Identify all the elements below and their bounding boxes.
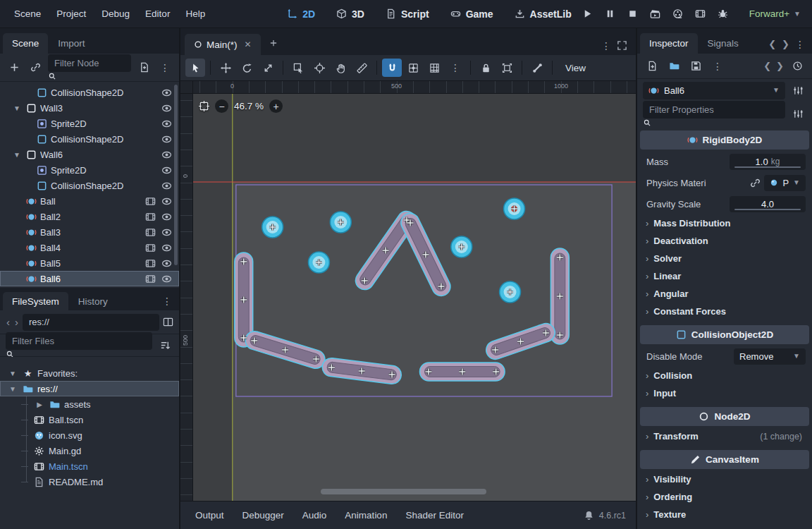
link-icon[interactable] (750, 178, 761, 188)
movie-maker-button[interactable] (691, 5, 710, 23)
favorites-header[interactable]: ▼★Favorites: (0, 365, 179, 381)
group-mass-distribution[interactable]: ›Mass Distribution (639, 214, 811, 232)
property-filter-options-button[interactable] (789, 105, 806, 122)
instantiate-scene-button[interactable] (27, 59, 44, 76)
viewport-canvas[interactable]: − 46.7 % + (193, 94, 636, 501)
open-scene-icon[interactable] (145, 274, 156, 284)
tree-row-ball3[interactable]: Ball3 (0, 224, 179, 240)
close-tab-icon[interactable]: ✕ (245, 39, 252, 49)
bottom-tab-shader-editor[interactable]: Shader Editor (396, 506, 473, 525)
node-selector-dropdown[interactable]: Ball6 ▼ (643, 82, 785, 99)
mass-field[interactable]: 1.0kg (730, 154, 806, 170)
file-row-main-gd[interactable]: Main.gd (0, 443, 179, 458)
group-solver[interactable]: ›Solver (639, 250, 811, 267)
snap-options-menu-button[interactable]: ⋮ (445, 59, 465, 77)
menu-project[interactable]: Project (49, 5, 93, 23)
play-button[interactable] (579, 5, 597, 23)
workspace-assetlib[interactable]: AssetLib (508, 5, 579, 23)
rotate-tool-button[interactable] (237, 59, 257, 77)
new-resource-button[interactable] (644, 58, 660, 75)
visibility-eye-icon[interactable] (161, 212, 172, 222)
group-visibility[interactable]: ›Visibility (639, 470, 811, 488)
menu-help[interactable]: Help (178, 5, 212, 23)
group-input[interactable]: ›Input (639, 384, 811, 402)
scene-tree-scrollbar[interactable] (174, 85, 178, 265)
tree-row-collisionshape2d[interactable]: CollisionShape2D (0, 178, 179, 193)
pan-tool-button[interactable] (331, 59, 350, 77)
save-resource-button[interactable] (687, 58, 704, 75)
disable-mode-dropdown[interactable]: Remove▼ (734, 348, 806, 365)
node-extra-options-button[interactable] (789, 82, 806, 99)
grid-snap-button[interactable] (403, 59, 423, 77)
tree-row-ball6[interactable]: Ball6 (0, 271, 179, 286)
tree-row-wall3[interactable]: ▼Wall3 (0, 100, 179, 116)
visibility-eye-icon[interactable] (161, 258, 172, 269)
chevron-down-icon[interactable]: ▼ (11, 104, 23, 112)
stop-button[interactable] (624, 5, 642, 23)
visibility-eye-icon[interactable] (161, 243, 172, 253)
bottom-tab-audio[interactable]: Audio (293, 506, 336, 525)
chevron-down-icon[interactable]: ▼ (7, 385, 18, 393)
history-back-button[interactable]: ‹ (6, 316, 11, 328)
resource-menu-button[interactable]: ⋮ (709, 58, 726, 75)
file-row-main-tscn[interactable]: Main.tscn (0, 458, 179, 474)
tab-inspector[interactable]: Inspector (640, 33, 698, 54)
file-row-ball-tscn[interactable]: Ball.tscn (0, 412, 179, 427)
chevron-right-icon[interactable]: ▶ (34, 401, 45, 408)
bottom-tab-animation[interactable]: Animation (336, 506, 396, 525)
tab-scroll-left-icon[interactable]: ❮ (768, 39, 776, 49)
zoom-in-button[interactable]: + (269, 99, 283, 113)
inspector-back-icon[interactable]: ❮ (763, 61, 771, 71)
tree-row-sprite2d[interactable]: Sprite2D (0, 162, 179, 178)
file-row-readme-md[interactable]: README.md (0, 474, 179, 490)
lock-node-button[interactable] (476, 59, 496, 77)
remote-debug-button[interactable] (714, 5, 732, 23)
zoom-percent[interactable]: 46.7 % (234, 101, 264, 111)
dock-menu-icon[interactable]: ⋮ (162, 296, 172, 306)
tree-row-collisionshape2d[interactable]: CollisionShape2D (0, 131, 179, 147)
tree-row-ball5[interactable]: Ball5 (0, 255, 179, 271)
group-transform[interactable]: ›Transform(1 change) (639, 427, 811, 445)
menu-scene[interactable]: Scene (7, 5, 48, 23)
group-texture[interactable]: ›Texture (639, 506, 811, 523)
horizontal-scrollbar[interactable] (321, 489, 486, 494)
group-angular[interactable]: ›Angular (639, 285, 811, 303)
play-scene-button[interactable] (646, 5, 665, 23)
smart-snap-button[interactable] (382, 59, 402, 77)
view-menu-button[interactable]: View (557, 60, 594, 76)
list-select-button[interactable] (288, 59, 308, 77)
folder-row-res[interactable]: ▼res:// (0, 381, 179, 396)
visibility-eye-icon[interactable] (161, 118, 172, 129)
visibility-eye-icon[interactable] (161, 150, 172, 160)
open-scene-icon[interactable] (145, 227, 156, 238)
group-linear[interactable]: ›Linear (639, 267, 811, 285)
tree-row-collisionshape2d[interactable]: CollisionShape2D (0, 85, 179, 100)
scale-tool-button[interactable] (258, 59, 278, 77)
group-node-button[interactable] (497, 59, 517, 77)
sort-files-button[interactable] (156, 337, 173, 354)
filter-properties-input[interactable] (643, 101, 785, 118)
workspace-3d[interactable]: 3D (329, 5, 371, 23)
tab-filesystem[interactable]: FileSystem (3, 292, 68, 310)
menu-debug[interactable]: Debug (94, 5, 137, 23)
bottom-tab-debugger[interactable]: Debugger (233, 506, 293, 525)
tree-row-sprite2d[interactable]: Sprite2D (0, 116, 179, 131)
open-scene-icon[interactable] (145, 258, 156, 269)
chevron-down-icon[interactable]: ▼ (7, 370, 18, 377)
group-deactivation[interactable]: ›Deactivation (639, 232, 811, 250)
visibility-eye-icon[interactable] (161, 134, 172, 145)
pause-button[interactable] (601, 5, 620, 23)
tab-scene[interactable]: Scene (3, 33, 48, 54)
group-constant-forces[interactable]: ›Constant Forces (639, 303, 811, 320)
center-view-icon[interactable] (199, 101, 209, 111)
visibility-eye-icon[interactable] (161, 103, 172, 114)
workspace-script[interactable]: Script (379, 5, 436, 23)
visibility-eye-icon[interactable] (161, 196, 172, 207)
skeleton-options-button[interactable] (527, 59, 547, 77)
group-ordering[interactable]: ›Ordering (639, 488, 811, 506)
filter-files-input[interactable] (6, 332, 152, 350)
new-scene-tab-button[interactable] (264, 34, 283, 52)
visibility-eye-icon[interactable] (161, 181, 172, 191)
tab-history[interactable]: History (69, 292, 117, 310)
tree-row-ball4[interactable]: Ball4 (0, 240, 179, 255)
